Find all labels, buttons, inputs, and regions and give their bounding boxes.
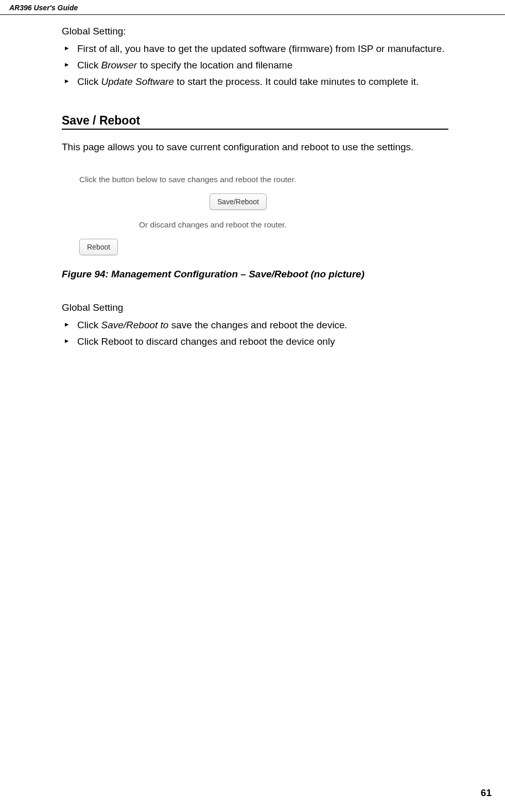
bullet-text-italic: Browser: [101, 60, 137, 70]
bullet-text-italic: Save/Reboot to: [101, 320, 171, 330]
bullet-text-post: to specify the location and filename: [137, 60, 292, 70]
global-setting-heading-1: Global Setting:: [62, 24, 448, 39]
list-item: First of all, you have to get the update…: [62, 41, 448, 57]
embedded-screenshot: Click the button below to save changes a…: [79, 175, 448, 255]
figure-caption: Figure 94: Management Configuration – Sa…: [62, 269, 448, 280]
bullet-text: First of all, you have to get the update…: [77, 43, 445, 54]
bullet-text-pre: Click: [77, 320, 101, 330]
bullet-list-2: Click Save/Reboot to save the changes an…: [62, 317, 448, 350]
bullet-text-pre: Click: [77, 60, 101, 70]
bullet-text: Click Reboot to discard changes and rebo…: [77, 336, 335, 347]
screenshot-instruction-2: Or discard changes and reboot the router…: [79, 220, 448, 230]
page-content: Global Setting: First of all, you have t…: [0, 15, 505, 350]
screenshot-instruction-1: Click the button below to save changes a…: [79, 175, 448, 184]
page-header: AR396 User's Guide: [0, 0, 505, 15]
global-setting-heading-2: Global Setting: [62, 301, 448, 315]
bullet-text-tail: .: [345, 320, 347, 330]
bullet-text-italic: Update Software: [101, 76, 174, 87]
bullet-text-post: save the changes and reboot the device: [171, 320, 345, 330]
reboot-button[interactable]: Reboot: [79, 239, 118, 255]
list-item: Click Browser to specify the location an…: [62, 57, 448, 74]
bullet-text-pre: Click: [77, 76, 101, 87]
button-row: Save/Reboot: [28, 193, 448, 210]
list-item: Click Save/Reboot to save the changes an…: [62, 317, 448, 333]
save-reboot-button[interactable]: Save/Reboot: [210, 193, 267, 210]
header-title: AR396 User's Guide: [9, 4, 78, 12]
page-number: 61: [481, 787, 492, 799]
list-item: Click Reboot to discard changes and rebo…: [62, 333, 448, 350]
section-title-save-reboot: Save / Reboot: [62, 114, 448, 130]
section-description: This page allows you to save current con…: [62, 140, 448, 154]
bullet-list-1: First of all, you have to get the update…: [62, 41, 448, 91]
button-row: Reboot: [79, 239, 448, 255]
bullet-text-post: to start the process. It could take minu…: [174, 76, 419, 87]
list-item: Click Update Software to start the proce…: [62, 74, 448, 90]
